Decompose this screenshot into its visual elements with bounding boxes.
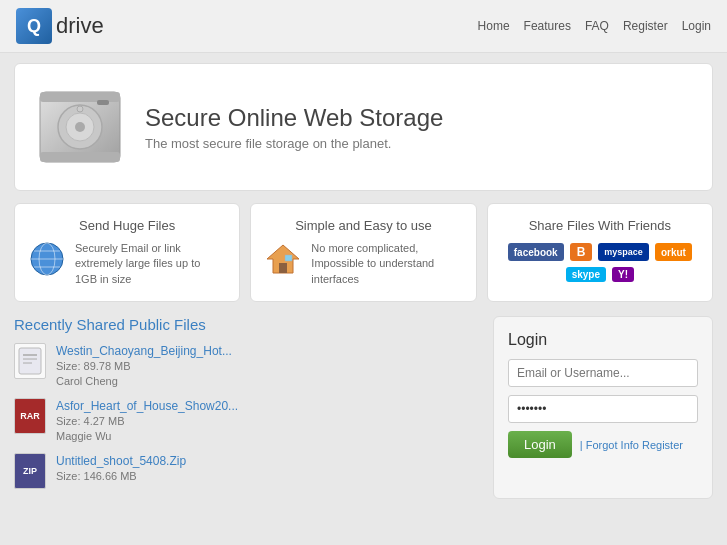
- svg-rect-15: [285, 255, 292, 261]
- feature-easy: Simple and Easy to use No more complicat…: [250, 203, 476, 302]
- header: Q drive Home Features FAQ Register Login: [0, 0, 727, 53]
- hero-text: Secure Online Web Storage The most secur…: [145, 104, 443, 151]
- logo-text: drive: [56, 13, 104, 39]
- file-info: Westin_Chaoyang_Beijing_Hot... Size: 89.…: [56, 343, 232, 388]
- file-thumb-doc: [14, 343, 46, 379]
- svg-point-5: [75, 122, 85, 132]
- house-icon: [265, 241, 301, 277]
- login-title: Login: [508, 331, 698, 349]
- feature-share-title: Share Files With Friends: [502, 218, 698, 233]
- file-info: Asfor_Heart_of_House_Show20... Size: 4.2…: [56, 398, 238, 443]
- register-link[interactable]: Register: [642, 439, 683, 451]
- file-info: Untitled_shoot_5408.Zip Size: 146.66 MB: [56, 453, 186, 483]
- hdd-image: [35, 82, 125, 172]
- file-item: ZIP Untitled_shoot_5408.Zip Size: 146.66…: [14, 453, 479, 489]
- feature-send: Send Huge Files Securely Email or link e…: [14, 203, 240, 302]
- hero-section: Secure Online Web Storage The most secur…: [14, 63, 713, 191]
- blogger-badge[interactable]: B: [570, 243, 593, 261]
- hero-title: Secure Online Web Storage: [145, 104, 443, 132]
- svg-rect-7: [97, 100, 109, 105]
- hero-subtitle: The most secure file storage on the plan…: [145, 136, 443, 151]
- email-input[interactable]: [508, 359, 698, 387]
- file-size-2: Size: 4.27 MB: [56, 415, 124, 427]
- file-item: RAR Asfor_Heart_of_House_Show20... Size:…: [14, 398, 479, 443]
- main-nav: Home Features FAQ Register Login: [478, 19, 711, 33]
- bottom-row: Recently Shared Public Files Westin_Chao…: [14, 316, 713, 499]
- facebook-badge[interactable]: facebook: [508, 243, 564, 261]
- forgot-link[interactable]: | Forgot Info: [580, 439, 639, 451]
- svg-rect-14: [279, 263, 287, 273]
- feature-easy-title: Simple and Easy to use: [265, 218, 461, 233]
- file-size-3: Size: 146.66 MB: [56, 470, 137, 482]
- file-user-2: Maggie Wu: [56, 430, 111, 442]
- features-row: Send Huge Files Securely Email or link e…: [14, 203, 713, 302]
- login-button[interactable]: Login: [508, 431, 572, 458]
- logo-icon: Q: [16, 8, 52, 44]
- file-link-2[interactable]: Asfor_Heart_of_House_Show20...: [56, 399, 238, 413]
- file-item: Westin_Chaoyang_Beijing_Hot... Size: 89.…: [14, 343, 479, 388]
- nav-login[interactable]: Login: [682, 19, 711, 33]
- myspace-badge[interactable]: myspace: [598, 243, 649, 261]
- nav-features[interactable]: Features: [524, 19, 571, 33]
- svg-rect-16: [19, 348, 41, 374]
- login-actions: Login | Forgot Info Register: [508, 431, 698, 458]
- login-box: Login Login | Forgot Info Register: [493, 316, 713, 499]
- nav-register[interactable]: Register: [623, 19, 668, 33]
- nav-home[interactable]: Home: [478, 19, 510, 33]
- social-icons: facebook B myspace orkut skype Y!: [502, 243, 698, 282]
- yahoo-badge[interactable]: Y!: [612, 267, 634, 282]
- feature-easy-desc: No more complicated, Impossible to under…: [311, 241, 461, 287]
- skype-badge[interactable]: skype: [566, 267, 606, 282]
- file-link-1[interactable]: Westin_Chaoyang_Beijing_Hot...: [56, 344, 232, 358]
- logo: Q drive: [16, 8, 104, 44]
- nav-faq[interactable]: FAQ: [585, 19, 609, 33]
- file-thumb-zip: ZIP: [14, 453, 46, 489]
- svg-point-6: [77, 106, 83, 112]
- svg-rect-2: [40, 152, 120, 162]
- main-content: Secure Online Web Storage The most secur…: [0, 53, 727, 509]
- file-size-1: Size: 89.78 MB: [56, 360, 131, 372]
- password-input[interactable]: [508, 395, 698, 423]
- feature-share: Share Files With Friends facebook B mysp…: [487, 203, 713, 302]
- orkut-badge[interactable]: orkut: [655, 243, 692, 261]
- recent-title: Recently Shared Public Files: [14, 316, 479, 333]
- recent-files: Recently Shared Public Files Westin_Chao…: [14, 316, 479, 499]
- file-thumb-rar: RAR: [14, 398, 46, 434]
- file-user-1: Carol Cheng: [56, 375, 118, 387]
- file-link-3[interactable]: Untitled_shoot_5408.Zip: [56, 454, 186, 468]
- login-links: | Forgot Info Register: [580, 439, 683, 451]
- feature-send-desc: Securely Email or link extremely large f…: [75, 241, 225, 287]
- globe-icon: [29, 241, 65, 277]
- feature-send-title: Send Huge Files: [29, 218, 225, 233]
